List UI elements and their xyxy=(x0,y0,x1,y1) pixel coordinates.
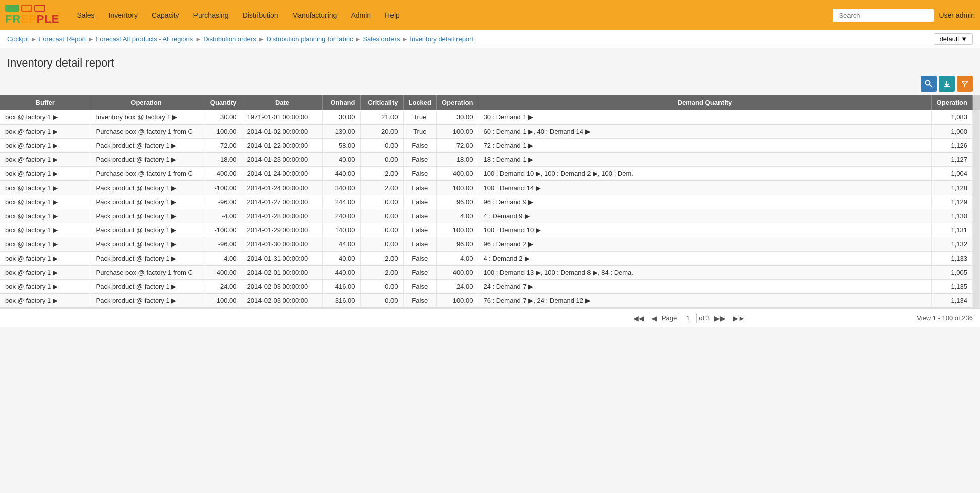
cell-date: 2014-01-31 00:00:00 xyxy=(242,252,322,266)
nav-distribution[interactable]: Distribution xyxy=(236,0,285,30)
settings-button[interactable] xyxy=(957,76,973,92)
cell-buffer: box @ factory 1 ▶ xyxy=(0,294,91,308)
nav-manufacturing[interactable]: Manufacturing xyxy=(285,0,344,30)
cell-date: 2014-02-03 00:00:00 xyxy=(242,280,322,294)
default-button[interactable]: default ▼ xyxy=(934,33,973,45)
table-row: box @ factory 1 ▶Purchase box @ factory … xyxy=(0,266,980,280)
cell-onhand: 58.00 xyxy=(322,139,360,153)
cell-quantity: -4.00 xyxy=(202,209,242,223)
cell-operation-val: 100.00 xyxy=(437,125,478,139)
logo-shape-red xyxy=(34,5,45,12)
cell-quantity: -100.00 xyxy=(202,294,242,308)
nav-purchasing[interactable]: Purchasing xyxy=(186,0,236,30)
cell-operation: Purchase box @ factory 1 from C xyxy=(91,266,202,280)
table-row: box @ factory 1 ▶Pack product @ factory … xyxy=(0,223,980,237)
nav-sales[interactable]: Sales xyxy=(70,0,101,30)
breadcrumb-forecast-all[interactable]: Forecast All products - All regions xyxy=(96,35,193,43)
last-page-button[interactable]: ▶► xyxy=(730,313,748,323)
cell-operation-val: 100.00 xyxy=(437,181,478,195)
first-page-button[interactable]: ◀◀ xyxy=(631,313,647,323)
col-operation-id[interactable]: Operation xyxy=(931,95,972,110)
table-container: Buffer Operation Quantity Date Onhand Cr… xyxy=(0,95,980,308)
cell-demand-quantity: 60 : Demand 1 ▶, 40 : Demand 14 ▶ xyxy=(478,125,931,139)
cell-criticality: 0.00 xyxy=(360,237,403,252)
cell-quantity: 100.00 xyxy=(202,125,242,139)
cell-quantity: -18.00 xyxy=(202,153,242,167)
cell-operation-id: 1,135 xyxy=(931,280,972,294)
cell-buffer: box @ factory 1 ▶ xyxy=(0,125,91,139)
view-info: View 1 - 100 of 236 xyxy=(917,314,973,322)
cell-operation: Pack product @ factory 1 ▶ xyxy=(91,237,202,252)
cell-buffer: box @ factory 1 ▶ xyxy=(0,167,91,181)
breadcrumb-inventory-detail[interactable]: Inventory detail report xyxy=(410,35,473,43)
cell-operation-val: 100.00 xyxy=(437,294,478,308)
search-button[interactable] xyxy=(921,76,937,92)
cell-date: 2014-01-23 00:00:00 xyxy=(242,153,322,167)
cell-demand-quantity: 96 : Demand 9 ▶ xyxy=(478,195,931,209)
nav-admin[interactable]: Admin xyxy=(344,0,378,30)
col-demand-quantity[interactable]: Demand Quantity xyxy=(478,95,931,110)
page-number-input[interactable] xyxy=(679,313,697,323)
download-button[interactable] xyxy=(939,76,955,92)
cell-demand-quantity: 100 : Demand 13 ▶, 100 : Demand 8 ▶, 84 … xyxy=(478,266,931,280)
col-onhand[interactable]: Onhand xyxy=(322,95,360,110)
user-admin-label: User admin xyxy=(939,11,975,19)
cell-demand-quantity: 100 : Demand 10 ▶ xyxy=(478,223,931,237)
cell-locked: False xyxy=(403,153,437,167)
cell-operation: Pack product @ factory 1 ▶ xyxy=(91,195,202,209)
page-label: Page xyxy=(662,314,677,322)
breadcrumb-sep-6: ► xyxy=(402,36,408,43)
cell-demand-quantity: 76 : Demand 7 ▶, 24 : Demand 12 ▶ xyxy=(478,294,931,308)
col-operation-val[interactable]: Operation xyxy=(437,95,478,110)
cell-date: 2014-01-02 00:00:00 xyxy=(242,125,322,139)
cell-criticality: 2.00 xyxy=(360,167,403,181)
cell-quantity: -24.00 xyxy=(202,280,242,294)
breadcrumb-distribution-fabric[interactable]: Distribution planning for fabric xyxy=(267,35,353,43)
svg-line-1 xyxy=(930,85,932,87)
cell-operation-id: 1,127 xyxy=(931,153,972,167)
logo-text: FREPPLE xyxy=(5,13,59,26)
cell-locked: False xyxy=(403,209,437,223)
cell-operation-id: 1,132 xyxy=(931,237,972,252)
col-quantity[interactable]: Quantity xyxy=(202,95,242,110)
nav-inventory[interactable]: Inventory xyxy=(102,0,145,30)
cell-demand-quantity: 100 : Demand 14 ▶ xyxy=(478,181,931,195)
breadcrumb-cockpit[interactable]: Cockpit xyxy=(7,35,29,43)
cell-onhand: 40.00 xyxy=(322,252,360,266)
col-locked[interactable]: Locked xyxy=(403,95,437,110)
cell-quantity: 400.00 xyxy=(202,167,242,181)
prev-page-button[interactable]: ◀ xyxy=(649,313,660,323)
cell-operation: Pack product @ factory 1 ▶ xyxy=(91,252,202,266)
cell-quantity: 400.00 xyxy=(202,266,242,280)
table-row: box @ factory 1 ▶Inventory box @ factory… xyxy=(0,110,980,125)
search-input[interactable] xyxy=(833,9,934,22)
breadcrumb-distribution-orders[interactable]: Distribution orders xyxy=(203,35,256,43)
cell-operation-id: 1,126 xyxy=(931,139,972,153)
nav-help[interactable]: Help xyxy=(378,0,407,30)
col-operation[interactable]: Operation xyxy=(91,95,202,110)
next-page-button[interactable]: ▶▶ xyxy=(712,313,728,323)
col-buffer[interactable]: Buffer xyxy=(0,95,91,110)
cell-buffer: box @ factory 1 ▶ xyxy=(0,237,91,252)
breadcrumb-forecast-report[interactable]: Forecast Report xyxy=(39,35,86,43)
cell-date: 2014-02-03 00:00:00 xyxy=(242,294,322,308)
table-row: box @ factory 1 ▶Pack product @ factory … xyxy=(0,237,980,252)
cell-operation-id: 1,133 xyxy=(931,252,972,266)
breadcrumb: Cockpit ► Forecast Report ► Forecast All… xyxy=(0,30,980,48)
cell-locked: False xyxy=(403,167,437,181)
logo[interactable]: FREPPLE xyxy=(5,5,59,26)
breadcrumb-sales-orders[interactable]: Sales orders xyxy=(363,35,400,43)
col-date[interactable]: Date xyxy=(242,95,322,110)
cell-onhand: 244.00 xyxy=(322,195,360,209)
cell-operation-id: 1,083 xyxy=(931,110,972,125)
page-of-label: of 3 xyxy=(699,314,710,322)
cell-operation-val: 96.00 xyxy=(437,237,478,252)
cell-onhand: 240.00 xyxy=(322,209,360,223)
page-title: Inventory detail report xyxy=(0,48,980,74)
col-criticality[interactable]: Criticality xyxy=(360,95,403,110)
cell-buffer: box @ factory 1 ▶ xyxy=(0,223,91,237)
nav-capacity[interactable]: Capacity xyxy=(145,0,186,30)
cell-criticality: 21.00 xyxy=(360,110,403,125)
cell-date: 2014-01-24 00:00:00 xyxy=(242,167,322,181)
header: FREPPLE Sales Inventory Capacity Purchas… xyxy=(0,0,980,30)
